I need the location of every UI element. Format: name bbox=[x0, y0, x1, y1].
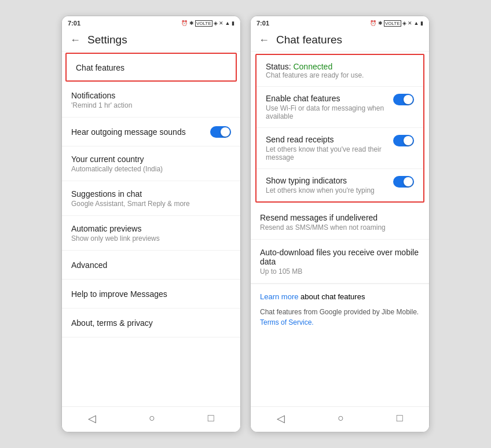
country-title: Your current country bbox=[71, 155, 163, 164]
page-title-left: Settings bbox=[87, 34, 127, 46]
back-button-left[interactable]: ← bbox=[70, 34, 80, 46]
top-bar-right: ← Chat features bbox=[251, 29, 429, 52]
nav-home-right[interactable]: ○ bbox=[338, 412, 344, 424]
read-receipts-subtitle: Let others know that you've read their m… bbox=[266, 145, 387, 161]
advanced-title: Advanced bbox=[71, 260, 107, 270]
auto-download[interactable]: Auto-download files you receive over mob… bbox=[251, 240, 429, 284]
time-left: 7:01 bbox=[68, 20, 80, 27]
footer-section: Learn more about chat features Chat feat… bbox=[251, 284, 429, 331]
enable-chat-title: Enable chat features bbox=[266, 94, 387, 103]
nav-back-right[interactable]: ◁ bbox=[277, 412, 285, 425]
settings-item-previews[interactable]: Automatic previews Show only web link pr… bbox=[62, 216, 240, 251]
settings-item-help[interactable]: Help to improve Messages bbox=[62, 280, 240, 309]
read-receipts[interactable]: Send read receipts Let others know that … bbox=[257, 127, 423, 168]
autodownload-subtitle: Up to 105 MB bbox=[260, 267, 420, 276]
status-bar-left: 7:01 ⏰ ✱ VOLTE ◈ ✕ ▲ ▮ bbox=[62, 16, 240, 29]
resend-messages[interactable]: Resend messages if undelivered Resend as… bbox=[251, 205, 429, 240]
nav-bar-right: ◁ ○ □ bbox=[251, 406, 429, 432]
suggestions-subtitle: Google Assistant, Smart Reply & more bbox=[71, 200, 190, 208]
notifications-subtitle: 'Remind 1 hr' action bbox=[71, 101, 132, 109]
learn-more-link[interactable]: Learn more bbox=[260, 292, 298, 301]
message-sounds-toggle[interactable] bbox=[210, 126, 231, 138]
resend-subtitle: Resend as SMS/MMS when not roaming bbox=[260, 223, 420, 232]
learn-more-suffix: about chat features bbox=[298, 292, 365, 301]
settings-list: Chat features Notifications 'Remind 1 hr… bbox=[62, 52, 240, 406]
back-button-right[interactable]: ← bbox=[259, 34, 269, 46]
status-label: Status: bbox=[266, 62, 293, 71]
notifications-title: Notifications bbox=[71, 91, 132, 100]
status-row: Status: Connected Chat features are read… bbox=[257, 55, 423, 86]
about-title: About, terms & privacy bbox=[71, 318, 153, 328]
previews-subtitle: Show only web link previews bbox=[71, 234, 160, 243]
enable-chat-subtitle: Use Wi-Fi or data for messaging when ava… bbox=[266, 104, 387, 120]
legal-text-content: Chat features from Google provided by Ji… bbox=[260, 308, 419, 316]
right-phone: 7:01 ⏰ ✱ VOLTE ◈ ✕ ▲ ▮ ← Chat features S… bbox=[250, 16, 430, 432]
nav-recent-right[interactable]: □ bbox=[397, 412, 403, 424]
chat-features-box: Status: Connected Chat features are read… bbox=[255, 54, 424, 203]
enable-chat-toggle[interactable] bbox=[393, 94, 414, 105]
nav-back-left[interactable]: ◁ bbox=[88, 412, 96, 425]
nav-recent-left[interactable]: □ bbox=[208, 412, 214, 424]
page-title-right: Chat features bbox=[276, 34, 342, 46]
top-bar-left: ← Settings bbox=[62, 29, 240, 52]
typing-subtitle: Let others know when you're typing bbox=[266, 186, 387, 194]
status-icons-right: ⏰ ✱ VOLTE ◈ ✕ ▲ ▮ bbox=[370, 20, 423, 27]
status-bar-right: 7:01 ⏰ ✱ VOLTE ◈ ✕ ▲ ▮ bbox=[251, 16, 429, 29]
nav-bar-left: ◁ ○ □ bbox=[62, 406, 240, 432]
enable-chat-features[interactable]: Enable chat features Use Wi-Fi or data f… bbox=[257, 86, 423, 127]
settings-item-suggestions[interactable]: Suggestions in chat Google Assistant, Sm… bbox=[62, 181, 240, 216]
settings-item-message-sounds[interactable]: Hear outgoing message sounds bbox=[62, 117, 240, 146]
message-sounds-title: Hear outgoing message sounds bbox=[71, 127, 186, 137]
settings-item-about[interactable]: About, terms & privacy bbox=[62, 309, 240, 337]
nav-home-left[interactable]: ○ bbox=[149, 412, 155, 424]
status-sub: Chat features are ready for use. bbox=[266, 71, 364, 79]
typing-indicators[interactable]: Show typing indicators Let others know w… bbox=[257, 168, 423, 201]
previews-title: Automatic previews bbox=[71, 224, 160, 233]
chat-features-list: Status: Connected Chat features are read… bbox=[251, 52, 429, 406]
left-phone: 7:01 ⏰ ✱ VOLTE ◈ ✕ ▲ ▮ ← Settings Chat f… bbox=[61, 16, 241, 432]
typing-toggle[interactable] bbox=[393, 176, 414, 188]
settings-item-advanced[interactable]: Advanced bbox=[62, 251, 240, 280]
status-connected: Connected bbox=[293, 62, 332, 71]
read-receipts-toggle[interactable] bbox=[393, 135, 414, 146]
country-subtitle: Automatically detected (India) bbox=[71, 165, 163, 173]
suggestions-title: Suggestions in chat bbox=[71, 189, 190, 199]
time-right: 7:01 bbox=[257, 20, 269, 27]
settings-item-notifications[interactable]: Notifications 'Remind 1 hr' action bbox=[62, 83, 240, 117]
autodownload-title: Auto-download files you receive over mob… bbox=[260, 248, 420, 266]
typing-title: Show typing indicators bbox=[266, 176, 387, 185]
status-icons-left: ⏰ ✱ VOLTE ◈ ✕ ▲ ▮ bbox=[181, 20, 234, 27]
tos-link[interactable]: Terms of Service. bbox=[260, 318, 314, 326]
help-title: Help to improve Messages bbox=[71, 289, 167, 299]
settings-item-chat-features[interactable]: Chat features bbox=[65, 53, 237, 82]
read-receipts-title: Send read receipts bbox=[266, 135, 387, 144]
chat-features-title: Chat features bbox=[76, 63, 124, 72]
resend-title: Resend messages if undelivered bbox=[260, 213, 420, 222]
settings-item-country[interactable]: Your current country Automatically detec… bbox=[62, 146, 240, 181]
legal-text: Chat features from Google provided by Ji… bbox=[260, 307, 420, 328]
